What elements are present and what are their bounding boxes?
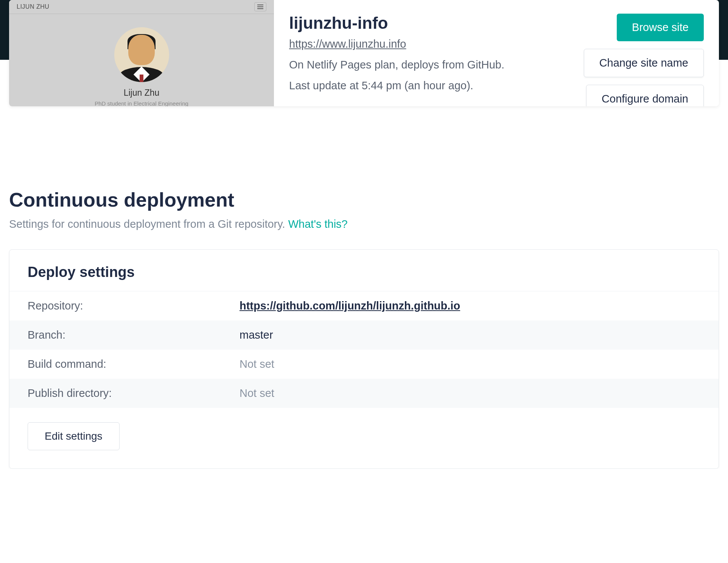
publish-dir-label: Publish directory:: [28, 387, 240, 400]
branch-value: master: [240, 329, 273, 341]
site-hero-card: LIJUN ZHU Lijun Zhu PhD student in Elect…: [9, 0, 719, 106]
table-row: Branch: master: [9, 320, 719, 350]
publish-dir-value: Not set: [240, 387, 274, 400]
avatar: [114, 27, 169, 82]
preview-person-name: Lijun Zhu: [9, 88, 274, 98]
edit-settings-button[interactable]: Edit settings: [28, 422, 120, 450]
repository-label: Repository:: [28, 300, 240, 312]
cd-desc-text: Settings for continuous deployment from …: [9, 218, 288, 230]
table-row: Repository: https://github.com/lijunzh/l…: [9, 291, 719, 320]
table-row: Publish directory: Not set: [9, 379, 719, 408]
table-row: Build command: Not set: [9, 350, 719, 379]
whats-this-link[interactable]: What's this?: [288, 218, 348, 230]
deploy-settings-title: Deploy settings: [28, 264, 700, 280]
deploy-settings-card: Deploy settings Repository: https://gith…: [9, 249, 719, 469]
site-last-update: Last update at 5:44 pm (an hour ago).: [289, 79, 584, 92]
cd-section-title: Continuous deployment: [9, 188, 719, 211]
preview-topbar: LIJUN ZHU: [9, 0, 274, 14]
site-details: lijunzhu-info https://www.lijunzhu.info …: [274, 0, 719, 106]
browse-site-button[interactable]: Browse site: [617, 14, 704, 41]
site-name: lijunzhu-info: [289, 14, 584, 33]
cd-section-desc: Settings for continuous deployment from …: [9, 218, 719, 230]
build-command-value: Not set: [240, 358, 274, 370]
preview-person-role: PhD student in Electrical Engineering: [9, 100, 274, 106]
configure-domain-button[interactable]: Configure domain: [586, 85, 704, 106]
hamburger-icon[interactable]: [254, 2, 266, 11]
site-url-link[interactable]: https://www.lijunzhu.info: [289, 38, 584, 50]
site-plan-text: On Netlify Pages plan, deploys from GitH…: [289, 59, 584, 71]
branch-label: Branch:: [28, 329, 240, 341]
repository-link[interactable]: https://github.com/lijunzh/lijunzh.githu…: [240, 300, 460, 312]
site-preview-pane: LIJUN ZHU Lijun Zhu PhD student in Elect…: [9, 0, 274, 106]
preview-brand: LIJUN ZHU: [17, 3, 49, 10]
build-command-label: Build command:: [28, 358, 240, 370]
change-site-name-button[interactable]: Change site name: [584, 49, 704, 77]
